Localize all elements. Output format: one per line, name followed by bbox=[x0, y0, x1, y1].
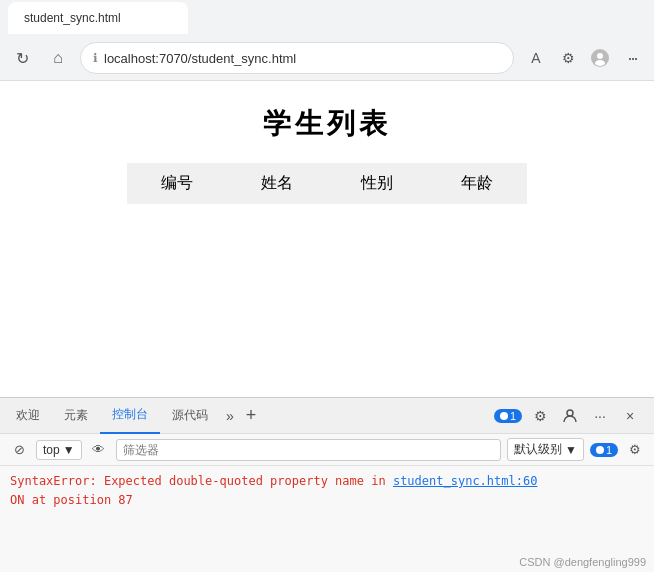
level-dropdown-icon: ▼ bbox=[565, 443, 577, 457]
watermark: CSDN @dengfengling999 bbox=[519, 556, 646, 568]
console-content: SyntaxError: Expected double-quoted prop… bbox=[0, 466, 654, 516]
devtools-user-button[interactable] bbox=[558, 404, 582, 428]
active-tab[interactable]: student_sync.html bbox=[8, 2, 188, 34]
context-select[interactable]: top ▼ bbox=[36, 440, 82, 460]
svg-point-1 bbox=[597, 53, 603, 59]
toolbar-right: A ⚙ ··· bbox=[522, 44, 646, 72]
dropdown-icon: ▼ bbox=[63, 443, 75, 457]
col-header-name: 姓名 bbox=[227, 163, 327, 204]
error-count: 1 bbox=[510, 410, 516, 422]
eye-button[interactable]: 👁 bbox=[88, 439, 110, 461]
home-button[interactable]: ⌂ bbox=[44, 44, 72, 72]
page-title: 学生列表 bbox=[263, 105, 391, 143]
block-icon-button[interactable]: ⊘ bbox=[8, 439, 30, 461]
col-header-id: 编号 bbox=[127, 163, 227, 204]
info-icon: ℹ bbox=[93, 51, 98, 65]
error-link[interactable]: student_sync.html:60 bbox=[393, 474, 538, 488]
console-gear-button[interactable]: ⚙ bbox=[624, 439, 646, 461]
error-badge: 1 bbox=[494, 409, 522, 423]
reload-button[interactable]: ↻ bbox=[8, 44, 36, 72]
tab-welcome[interactable]: 欢迎 bbox=[4, 398, 52, 434]
page-content: 学生列表 编号 姓名 性别 年龄 bbox=[0, 81, 654, 386]
console-toolbar: ⊘ top ▼ 👁 默认级别 ▼ 1 ⚙ bbox=[0, 434, 654, 466]
col-header-gender: 性别 bbox=[327, 163, 427, 204]
top-label: top bbox=[43, 443, 60, 457]
more-button[interactable]: ··· bbox=[618, 44, 646, 72]
devtools-tab-bar: 欢迎 元素 控制台 源代码 » + 1 ⚙ ··· × bbox=[0, 398, 654, 434]
devtools-settings-button[interactable]: ⚙ bbox=[528, 404, 552, 428]
tab-bar: student_sync.html bbox=[0, 0, 654, 36]
svg-point-2 bbox=[595, 60, 605, 66]
table-header-row: 编号 姓名 性别 年龄 bbox=[127, 163, 527, 204]
browser-toolbar: ↻ ⌂ ℹ localhost:7070/student_sync.html A… bbox=[0, 36, 654, 80]
address-url: localhost:7070/student_sync.html bbox=[104, 51, 296, 66]
profile-button[interactable] bbox=[586, 44, 614, 72]
add-tab-button[interactable]: + bbox=[240, 398, 263, 434]
shield-button[interactable]: ⚙ bbox=[554, 44, 582, 72]
svg-point-3 bbox=[567, 410, 573, 416]
devtools-more-button[interactable]: ··· bbox=[588, 404, 612, 428]
console-badge: 1 bbox=[590, 443, 618, 457]
error-message-line2: ON at position 87 bbox=[10, 491, 644, 510]
tab-sources[interactable]: 源代码 bbox=[160, 398, 220, 434]
tab-elements[interactable]: 元素 bbox=[52, 398, 100, 434]
tab-console[interactable]: 控制台 bbox=[100, 398, 160, 434]
col-header-age: 年龄 bbox=[427, 163, 527, 204]
filter-input[interactable] bbox=[116, 439, 501, 461]
font-button[interactable]: A bbox=[522, 44, 550, 72]
level-label: 默认级别 bbox=[514, 441, 562, 458]
devtools-panel: 欢迎 元素 控制台 源代码 » + 1 ⚙ ··· × bbox=[0, 397, 654, 572]
error-text-line2: ON at position 87 bbox=[10, 493, 133, 507]
devtools-close-button[interactable]: × bbox=[618, 404, 642, 428]
address-bar[interactable]: ℹ localhost:7070/student_sync.html bbox=[80, 42, 514, 74]
console-badge-count: 1 bbox=[606, 444, 612, 456]
browser-chrome: student_sync.html ↻ ⌂ ℹ localhost:7070/s… bbox=[0, 0, 654, 81]
tab-title: student_sync.html bbox=[24, 11, 121, 25]
devtools-right-controls: 1 ⚙ ··· × bbox=[494, 404, 650, 428]
error-text: SyntaxError: Expected double-quoted prop… bbox=[10, 474, 386, 488]
error-message: SyntaxError: Expected double-quoted prop… bbox=[10, 472, 644, 491]
more-tabs-button[interactable]: » bbox=[220, 398, 240, 434]
student-table: 编号 姓名 性别 年龄 bbox=[127, 163, 527, 204]
level-select[interactable]: 默认级别 ▼ bbox=[507, 438, 584, 461]
